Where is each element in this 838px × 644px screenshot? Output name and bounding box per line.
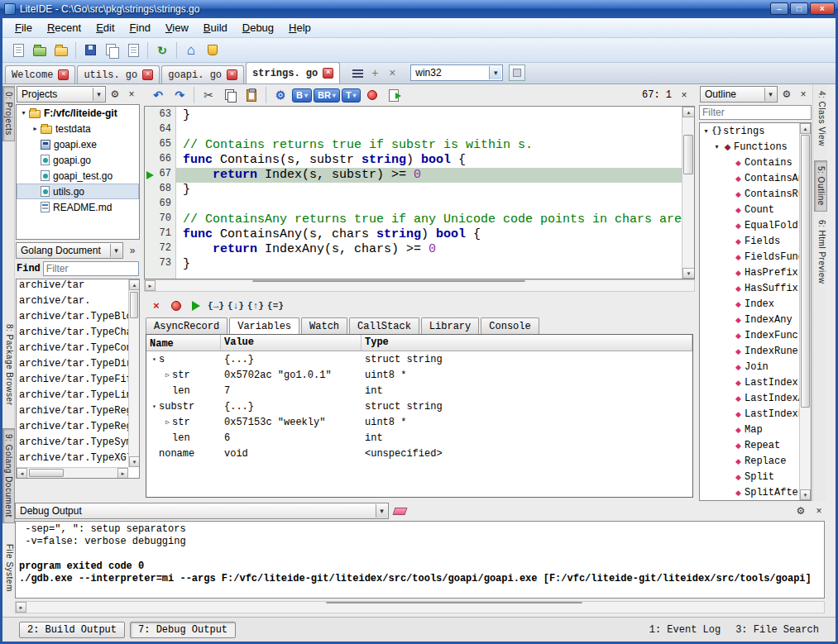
document-list-hscrollbar[interactable]: ◄ ► <box>17 467 128 478</box>
outline-item-lastindexany[interactable]: ◆LastIndexAny <box>700 390 799 406</box>
step-into-button[interactable]: {↓} <box>227 298 245 314</box>
project-item-goapi-go[interactable]: goapi.go <box>17 152 139 168</box>
output-settings-button[interactable]: ⚙ <box>793 503 808 518</box>
menu-item-recent[interactable]: Recent <box>40 19 89 36</box>
outline-close-button[interactable]: × <box>796 87 811 102</box>
save-all-button[interactable] <box>101 41 122 60</box>
menu-item-view[interactable]: View <box>158 19 196 36</box>
scrollbar-thumb[interactable] <box>130 292 138 318</box>
outline-item-hassuffix[interactable]: ◆HasSuffix <box>700 280 799 296</box>
editor-line-71[interactable]: 71func ContainsAny(s, chars string) bool… <box>145 227 682 242</box>
doc-item-archive-tar-typechar[interactable]: archive/tar.TypeChar <box>17 327 128 342</box>
project-item-goapi-test-go[interactable]: goapi_test.go <box>17 168 139 184</box>
outline-item-split[interactable]: ◆Split <box>700 469 799 484</box>
document-view-combo[interactable]: Golang Document ▾ <box>16 242 123 259</box>
env-combo[interactable]: win32 ▾ <box>410 64 503 81</box>
outline-item-fieldsfunc[interactable]: ◆FieldsFunc <box>700 249 799 265</box>
expander-icon[interactable]: ▸ <box>31 125 40 132</box>
scroll-right-icon[interactable]: ► <box>117 468 128 479</box>
scroll-down-icon[interactable]: ▼ <box>800 489 811 500</box>
outline-item-hasprefix[interactable]: ◆HasPrefix <box>700 265 799 280</box>
editor-close-button[interactable]: × <box>677 88 692 103</box>
variable-row-len[interactable]: len6int <box>146 430 692 446</box>
doc-item-archive-tar-typesymlink[interactable]: archive/tar.TypeSymlink <box>17 436 128 452</box>
editor-vscrollbar[interactable]: ▲ ▼ <box>682 107 694 279</box>
variable-row-s[interactable]: ▾s{...}struct string <box>146 351 692 367</box>
doc-item-archive-tar-typelink[interactable]: archive/tar.TypeLink <box>17 389 128 405</box>
editor-tab-utils-go[interactable]: utils. go× <box>77 65 160 83</box>
outline-filter-input[interactable] <box>699 105 812 120</box>
menu-item-help[interactable]: Help <box>281 19 318 36</box>
project-item-goapi-exe[interactable]: goapi.exe <box>17 136 139 152</box>
debug-tab-library[interactable]: Library <box>421 317 479 334</box>
new-file-button[interactable] <box>7 41 29 60</box>
outline-item-containsany[interactable]: ◆ContainsAny <box>700 170 799 186</box>
project-item-readme-md[interactable]: README.md <box>17 199 139 215</box>
editor-tab-goapi-go[interactable]: goapi. go× <box>161 65 244 83</box>
scroll-down-icon[interactable]: ▼ <box>129 456 140 467</box>
outline-view-combo[interactable]: Outline ▾ <box>700 86 778 103</box>
projects-view-combo[interactable]: Projects ▾ <box>17 86 106 103</box>
scrollbar-thumb[interactable] <box>801 135 810 408</box>
menu-item-debug[interactable]: Debug <box>235 19 281 36</box>
doc-item-archive-tar[interactable]: archive/tar. <box>17 295 128 311</box>
status-label-3-file-search[interactable]: 3: File Search <box>735 624 819 636</box>
variable-row-str[interactable]: ▷str0x5702ac "go1.0.1"uint8 * <box>146 367 692 383</box>
debug-tab-callstack[interactable]: CallStack <box>349 317 419 334</box>
outline-item-strings[interactable]: ▾{}strings <box>700 123 799 139</box>
scrollbar-thumb[interactable] <box>252 280 525 282</box>
scroll-up-icon[interactable]: ▲ <box>129 279 140 290</box>
doc-item-archive-tar-typedir[interactable]: archive/tar.TypeDir <box>17 358 128 374</box>
maximize-button[interactable]: □ <box>790 2 808 15</box>
outline-item-indexrune[interactable]: ◆IndexRune <box>700 343 799 359</box>
output-close-button[interactable]: × <box>812 503 826 518</box>
redo-button[interactable]: ↷ <box>169 85 190 105</box>
more-panels-button[interactable]: » <box>125 243 140 258</box>
outline-item-fields[interactable]: ◆Fields <box>700 233 799 249</box>
side-tab-file-system[interactable]: File System <box>2 539 15 597</box>
tab-close-icon[interactable]: × <box>323 68 333 79</box>
menu-item-build[interactable]: Build <box>196 19 235 36</box>
outline-item-replace[interactable]: ◆Replace <box>700 453 799 469</box>
doc-item-archive-tar-typeblock[interactable]: archive/tar.TypeBlock <box>17 311 128 327</box>
tab-close-icon[interactable]: × <box>227 69 237 80</box>
build-run-button[interactable]: BR▾ <box>314 88 340 103</box>
editor-line-69[interactable]: 69 <box>145 198 682 212</box>
test-button[interactable]: T▾ <box>342 88 361 103</box>
scroll-down-icon[interactable]: ▼ <box>682 268 695 279</box>
outline-item-join[interactable]: ◆Join <box>700 359 799 374</box>
doc-item-archive-tar[interactable]: archive/tar <box>17 279 128 295</box>
outline-item-repeat[interactable]: ◆Repeat <box>700 437 799 453</box>
build-settings-button[interactable]: ⚙ <box>270 85 291 105</box>
title-bar[interactable]: LiteIDE - C:\Go\src\pkg\strings\strings.… <box>0 0 838 18</box>
save-file-button[interactable] <box>79 41 101 60</box>
editor-line-72[interactable]: 72 return IndexAny(s, chars) >= 0 <box>145 242 682 257</box>
minimize-button[interactable]: – <box>770 2 788 15</box>
output-view-combo[interactable]: Debug Output ▾ <box>15 503 389 519</box>
outline-item-lastindex[interactable]: ◆LastIndex <box>700 374 799 390</box>
outline-item-functions[interactable]: ▾◆Functions <box>700 139 799 155</box>
expander-icon[interactable]: ▾ <box>150 355 159 363</box>
project-item-testdata[interactable]: ▸testdata <box>17 121 139 136</box>
reload-button[interactable]: ↻ <box>151 41 173 60</box>
outline-item-lastindexfunc[interactable]: ◆LastIndexFunc <box>700 406 799 422</box>
debug-tab-asyncrecord[interactable]: AsyncRecord <box>146 317 227 334</box>
editor-line-65[interactable]: 65// Contains returns true if substr is … <box>145 138 682 153</box>
editor-line-63[interactable]: 63} <box>145 108 682 123</box>
scrollbar-thumb[interactable] <box>29 469 64 477</box>
doc-item-archive-tar-typerega[interactable]: archive/tar.TypeRegA <box>17 421 128 436</box>
expander-icon[interactable]: ▾ <box>702 127 711 135</box>
debug-output-text[interactable]: -sep=", ": setup separators -v=false: ve… <box>15 521 825 599</box>
project-item-f-vfc-liteide-git[interactable]: ▾F:/vfc/liteide-git <box>17 105 139 121</box>
editor-line-73[interactable]: 73} <box>145 257 682 272</box>
debug-tab-console[interactable]: Console <box>481 317 539 334</box>
env-edit-button[interactable] <box>509 64 525 81</box>
add-tab-button[interactable]: + <box>367 65 382 80</box>
editor-tab-strings-go[interactable]: strings. go× <box>246 62 340 83</box>
outline-item-equalfold[interactable]: ◆EqualFold <box>700 217 799 233</box>
document-list-vscrollbar[interactable]: ▲ ▼ <box>128 279 139 467</box>
close-tab-button[interactable]: × <box>385 65 400 80</box>
project-item-utils-go[interactable]: utils.go <box>17 184 139 199</box>
outline-settings-button[interactable]: ⚙ <box>779 87 794 102</box>
expander-icon[interactable]: ▷ <box>163 418 172 426</box>
